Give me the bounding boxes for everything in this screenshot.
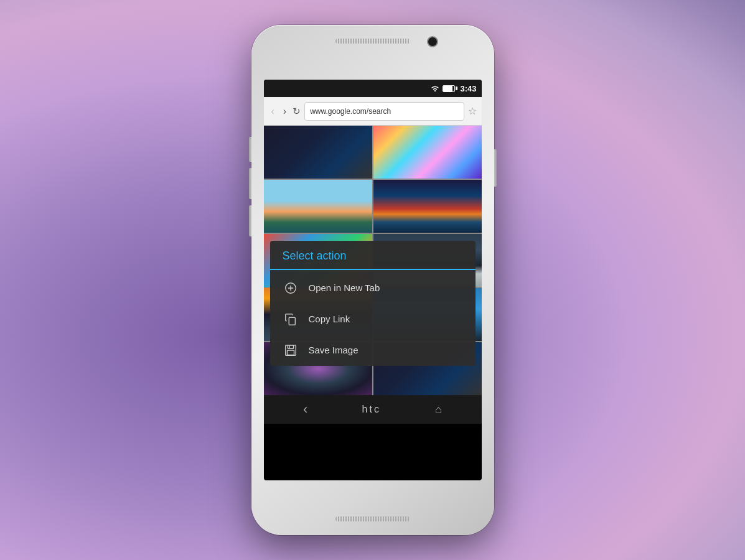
battery-icon (443, 85, 455, 92)
nav-home-button[interactable]: ⌂ (435, 403, 442, 416)
forward-button[interactable]: › (281, 105, 289, 118)
url-bar[interactable]: www.google.com/searc‌h (304, 102, 464, 121)
nav-back-button[interactable]: ‹ (303, 401, 307, 418)
front-camera (427, 36, 438, 47)
open-new-tab-label: Open in New Tab (309, 282, 380, 293)
open-new-tab-item[interactable]: Open in New Tab (270, 273, 476, 304)
context-menu-divider (270, 269, 476, 270)
context-menu[interactable]: Select action Open in New Tab (270, 241, 476, 366)
copy-link-item[interactable]: Copy Link (270, 304, 476, 335)
plus-circle-icon (283, 280, 299, 296)
context-menu-title: Select action (270, 241, 476, 269)
camera-button (249, 205, 251, 236)
svg-rect-7 (287, 350, 294, 355)
save-svg (284, 343, 298, 357)
status-icons: 3:43 (430, 84, 476, 93)
reload-button[interactable]: ↻ (293, 106, 301, 117)
save-image-label: Save Image (309, 345, 358, 355)
power-button (494, 149, 497, 187)
save-image-item[interactable]: Save Image (270, 335, 476, 366)
copy-link-label: Copy Link (309, 314, 350, 324)
svg-rect-4 (289, 317, 295, 325)
htc-brand-label: htc (362, 404, 381, 415)
back-button[interactable]: ‹ (269, 105, 277, 118)
copy-icon (283, 311, 299, 327)
url-text: www.google.com/searc‌h (310, 107, 391, 116)
browser-navigation-bar: ‹ › ↻ www.google.com/searc‌h ☆ (264, 97, 482, 126)
svg-point-0 (434, 90, 436, 91)
volume-up-button (249, 137, 251, 162)
svg-rect-6 (288, 345, 293, 348)
phone-screen: 3:43 ‹ › ↻ www.google.com/searc‌h ☆ (264, 80, 482, 480)
volume-down-button (249, 168, 251, 199)
save-icon (283, 342, 299, 358)
phone-device: 3:43 ‹ › ↻ www.google.com/searc‌h ☆ (251, 25, 494, 535)
copy-svg (284, 312, 298, 326)
bookmark-button[interactable]: ☆ (468, 105, 477, 117)
context-menu-overlay: Select action Open in New Tab (264, 126, 482, 395)
browser-content: Select action Open in New Tab (264, 126, 482, 395)
status-bar: 3:43 (264, 80, 482, 97)
wifi-icon (430, 85, 440, 92)
status-time: 3:43 (460, 84, 476, 93)
bottom-navigation: ‹ htc ⌂ (264, 395, 482, 424)
speaker-grille-bottom (335, 516, 410, 521)
speaker-grille-top (335, 39, 410, 44)
plus-circle-svg (284, 281, 298, 295)
